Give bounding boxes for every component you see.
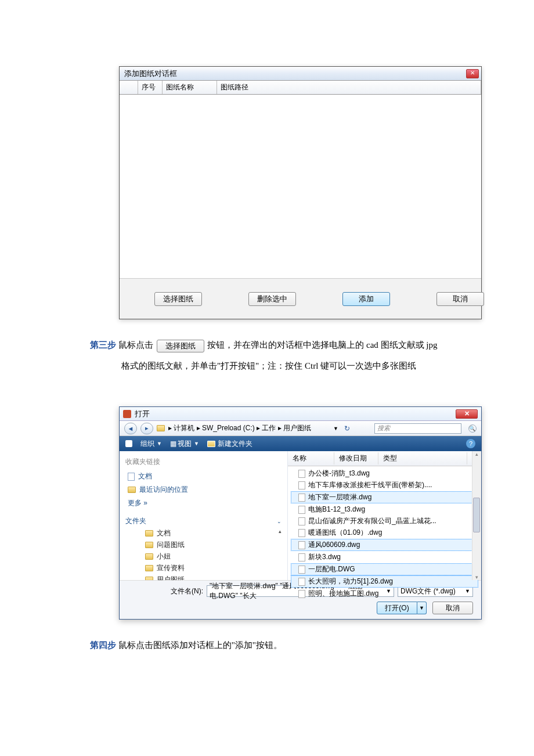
file-icon bbox=[298, 506, 305, 514]
new-folder-button[interactable]: 新建文件夹 bbox=[207, 439, 252, 449]
file-icon bbox=[298, 494, 305, 502]
breadcrumb-bar: ◄ ▸ ▸ 计算机 ▸ SW_Preload (C:) ▸ 工作 ▸ 用户图纸 … bbox=[120, 421, 481, 436]
folders-header[interactable]: 文件夹⌄ bbox=[125, 516, 282, 526]
folder-icon bbox=[145, 530, 153, 537]
col-path[interactable]: 图纸路径 bbox=[217, 81, 481, 94]
file-icon bbox=[298, 529, 305, 537]
file-icon bbox=[298, 578, 305, 586]
step-4-text: 鼠标点击图纸添加对话框上的"添加"按钮。 bbox=[118, 640, 282, 650]
filename-label: 文件名(N): bbox=[171, 586, 203, 596]
file-item[interactable]: 办公楼-消防_t3.dwg bbox=[291, 468, 478, 479]
search-input[interactable]: 搜索 bbox=[374, 423, 461, 434]
scroll-thumb[interactable] bbox=[473, 498, 480, 532]
file-item[interactable]: 昆山佰诚房产开发有限公司_晶蓝上城花... bbox=[291, 516, 478, 527]
file-item[interactable]: 通风060609.dwg bbox=[291, 539, 478, 551]
folder-tree-item[interactable]: 文档 bbox=[145, 528, 282, 538]
folder-icon bbox=[145, 553, 153, 560]
dialog-titlebar: 添加图纸对话框 ✕ bbox=[120, 67, 481, 81]
file-item[interactable]: 长大照明，动力5[1].26.dwg bbox=[291, 575, 478, 588]
folder-icon bbox=[157, 425, 165, 431]
file-item[interactable]: 电施B1-12_t3.dwg bbox=[291, 504, 478, 515]
folder-icon bbox=[145, 565, 153, 571]
step-3-label: 第三步 bbox=[90, 340, 116, 350]
document-icon bbox=[128, 473, 135, 481]
file-item[interactable]: 新块3.dwg bbox=[291, 552, 478, 563]
refresh-icon[interactable]: ↻ bbox=[342, 424, 352, 433]
open-button[interactable]: 打开(O) bbox=[377, 602, 417, 614]
scroll-down-icon[interactable]: ▾ bbox=[472, 574, 481, 580]
col-seq[interactable]: 序号 bbox=[138, 81, 163, 94]
search-icon[interactable]: 🔍 bbox=[468, 424, 477, 433]
close-icon[interactable]: ✕ bbox=[456, 409, 478, 419]
col-name[interactable]: 名称 bbox=[288, 452, 334, 465]
delete-selected-button[interactable]: 删除选中 bbox=[248, 292, 296, 306]
nav-back-button[interactable]: ◄ bbox=[124, 423, 137, 434]
breadcrumb[interactable]: ▸ 计算机 ▸ SW_Preload (C:) ▸ 工作 ▸ 用户图纸 bbox=[168, 423, 311, 433]
organize-button[interactable]: 组织 ▼ bbox=[140, 439, 162, 449]
help-icon[interactable]: ? bbox=[466, 439, 475, 448]
file-icon bbox=[298, 590, 305, 598]
folder-tree-item[interactable]: 问题图纸 bbox=[145, 540, 282, 550]
folder-icon bbox=[145, 577, 153, 580]
scroll-up-icon[interactable]: ▴ bbox=[279, 528, 282, 534]
file-dialog-toolbar: 组织 ▼ ▦ 视图 ▼ 新建文件夹 ? bbox=[120, 436, 481, 451]
drawing-list-area bbox=[120, 95, 481, 278]
cancel-button[interactable]: 取消 bbox=[432, 602, 473, 614]
app-icon bbox=[123, 410, 131, 418]
step-3-paragraph: 第三步 鼠标点击 选择图纸 按钮，并在弹出的对话框中选择电脑上的 cad 图纸文… bbox=[90, 334, 482, 376]
chevron-down-icon[interactable]: ▼ bbox=[333, 426, 338, 431]
file-list-pane: 名称 修改日期 类型 » 办公楼-消防_t3.dwg地下车库修改派接柜干线平面(… bbox=[288, 451, 481, 580]
step-4-label: 第四步 bbox=[90, 640, 116, 650]
folder-tree-item[interactable]: 宣传资料 bbox=[145, 563, 282, 573]
favorite-link[interactable]: 文档 bbox=[128, 471, 282, 481]
close-icon[interactable]: ✕ bbox=[466, 69, 479, 78]
file-icon bbox=[298, 541, 305, 549]
file-dialog-body: 收藏夹链接 文档 最近访问的位置 更多 » 文件夹⌄ ▴ 文档问题图纸小妞宣传资… bbox=[120, 451, 481, 580]
more-link[interactable]: 更多 » bbox=[128, 498, 282, 508]
step-4-paragraph: 第四步 鼠标点击图纸添加对话框上的"添加"按钮。 bbox=[90, 635, 482, 656]
add-button[interactable]: 添加 bbox=[342, 292, 390, 306]
add-drawing-dialog: 添加图纸对话框 ✕ 序号 图纸名称 图纸路径 选择图纸 删除选中 添加 取消 bbox=[119, 66, 482, 319]
cancel-button[interactable]: 取消 bbox=[436, 292, 484, 306]
file-dialog-title: 打开 bbox=[135, 409, 150, 419]
dialog-button-row: 选择图纸 删除选中 添加 取消 bbox=[120, 278, 481, 319]
vertical-scrollbar[interactable]: ▴ ▾ bbox=[472, 451, 481, 580]
folder-tree-item[interactable]: 用户图纸 bbox=[145, 575, 282, 580]
col-date[interactable]: 修改日期 bbox=[334, 452, 378, 465]
step-3-text-1: 鼠标点击 bbox=[118, 340, 153, 350]
file-icon bbox=[298, 470, 305, 478]
column-header-row: 序号 图纸名称 图纸路径 bbox=[120, 81, 481, 95]
file-column-headers: 名称 修改日期 类型 » bbox=[288, 451, 481, 466]
file-item[interactable]: 地下室一层喷淋.dwg bbox=[291, 491, 478, 503]
step-3-text-3: 格式的图纸文献，并单击"打开按钮"；注：按住 Ctrl 键可以一次选中多张图纸 bbox=[121, 361, 416, 370]
organize-icon bbox=[125, 440, 132, 447]
favorites-header: 收藏夹链接 bbox=[125, 457, 282, 467]
chevron-down-icon[interactable]: ⌄ bbox=[277, 519, 282, 524]
file-item[interactable]: 一层配电.DWG bbox=[291, 563, 478, 575]
file-item[interactable]: 地下车库修改派接柜干线平面(带桥架).... bbox=[291, 480, 478, 491]
file-icon bbox=[298, 481, 305, 489]
col-blank[interactable] bbox=[120, 81, 138, 94]
folder-icon bbox=[128, 487, 136, 493]
folder-tree-item[interactable]: 小妞 bbox=[145, 552, 282, 561]
inline-select-drawing-button[interactable]: 选择图纸 bbox=[157, 340, 204, 352]
open-split-button[interactable]: ▼ bbox=[417, 602, 427, 614]
file-item[interactable]: 暖通图纸（01.09）.dwg bbox=[291, 527, 478, 538]
file-list: 办公楼-消防_t3.dwg地下车库修改派接柜干线平面(带桥架)....地下室一层… bbox=[288, 466, 481, 601]
file-item[interactable]: 照明、接地施工图.dwg bbox=[291, 588, 478, 599]
col-type[interactable]: 类型 bbox=[378, 452, 467, 465]
favorite-link[interactable]: 最近访问的位置 bbox=[128, 485, 282, 495]
file-icon bbox=[298, 566, 305, 574]
col-name[interactable]: 图纸名称 bbox=[163, 81, 217, 94]
folder-icon bbox=[145, 542, 153, 548]
view-button[interactable]: ▦ 视图 ▼ bbox=[170, 439, 199, 449]
file-open-dialog: 打开 ✕ ◄ ▸ ▸ 计算机 ▸ SW_Preload (C:) ▸ 工作 ▸ … bbox=[119, 406, 482, 620]
navigation-pane: 收藏夹链接 文档 最近访问的位置 更多 » 文件夹⌄ ▴ 文档问题图纸小妞宣传资… bbox=[120, 451, 288, 580]
dialog-title: 添加图纸对话框 bbox=[124, 69, 177, 79]
select-drawing-button[interactable]: 选择图纸 bbox=[154, 292, 202, 306]
file-icon bbox=[298, 517, 305, 525]
nav-forward-button[interactable]: ▸ bbox=[140, 423, 153, 434]
step-3-text-2: 按钮，并在弹出的对话框中选择电脑上的 cad 图纸文献或 jpg bbox=[207, 340, 437, 350]
file-dialog-titlebar: 打开 ✕ bbox=[120, 407, 481, 421]
scroll-up-icon[interactable]: ▴ bbox=[472, 451, 481, 457]
